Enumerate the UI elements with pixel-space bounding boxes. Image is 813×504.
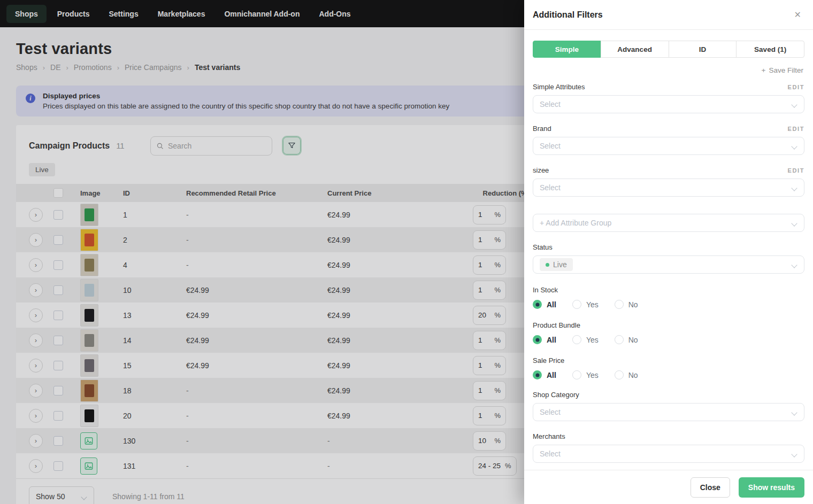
status-chip[interactable]: Live: [540, 258, 573, 271]
filter-group-product-bundle: Product Bundle All Yes No: [533, 320, 804, 344]
panel-header: Additional Filters ✕: [524, 0, 813, 30]
add-attribute-group: + Add Attribute Group: [533, 214, 804, 232]
filter-group-simple-attributes: Simple Attributes EDIT Select: [533, 83, 804, 113]
filter-group-status: Status Live: [533, 243, 804, 274]
panel-title: Additional Filters: [533, 10, 603, 20]
radio-icon: [572, 370, 581, 379]
radio-yes[interactable]: Yes: [572, 370, 599, 379]
filter-label: Shop Category: [533, 391, 579, 399]
radio-yes[interactable]: Yes: [572, 300, 599, 309]
show-results-button[interactable]: Show results: [739, 477, 804, 498]
merchants-select[interactable]: Select: [533, 445, 804, 463]
select-placeholder: + Add Attribute Group: [540, 219, 611, 227]
save-filter-link[interactable]: +Save Filter: [533, 66, 803, 74]
radio-icon: [533, 370, 542, 379]
edit-link[interactable]: EDIT: [788, 167, 804, 174]
chevron-down-icon: [792, 102, 797, 107]
screen: Shops Products Settings Marketplaces Omn…: [0, 0, 813, 504]
panel-footer: Close Show results: [524, 470, 813, 504]
filter-group-in-stock: In Stock All Yes No: [533, 285, 804, 309]
panel-body: Simple Advanced ID Saved (1) +Save Filte…: [524, 30, 813, 470]
radio-icon: [533, 300, 542, 309]
status-select[interactable]: Live: [533, 255, 804, 274]
chevron-down-icon: [792, 451, 797, 456]
brand-select[interactable]: Select: [533, 137, 804, 155]
radio-label: All: [547, 336, 556, 344]
radio-icon: [572, 335, 581, 344]
radio-label: No: [628, 300, 638, 309]
radio-all[interactable]: All: [533, 335, 556, 344]
save-filter-label: Save Filter: [769, 66, 803, 74]
filter-group-shop-category: Shop Category Select: [533, 391, 804, 421]
filter-group-brand: Brand EDIT Select: [533, 125, 804, 155]
radio-icon: [615, 335, 624, 344]
radio-label: Yes: [586, 371, 599, 379]
radio-icon: [572, 300, 581, 309]
size-select[interactable]: Select: [533, 179, 804, 197]
tab-id[interactable]: ID: [669, 41, 737, 58]
modal-dim-overlay[interactable]: [0, 0, 524, 504]
filter-label: Simple Attributes: [533, 83, 585, 91]
chevron-down-icon: [792, 220, 797, 226]
close-button[interactable]: Close: [691, 477, 730, 498]
radio-all[interactable]: All: [533, 300, 556, 309]
filter-label: Sale Price: [533, 356, 564, 365]
radio-yes[interactable]: Yes: [572, 335, 599, 344]
shop-category-select[interactable]: Select: [533, 403, 804, 421]
radio-all[interactable]: All: [533, 370, 556, 379]
filter-label: Status: [533, 243, 553, 251]
simple-attributes-select[interactable]: Select: [533, 95, 804, 113]
additional-filters-panel: Additional Filters ✕ Simple Advanced ID …: [524, 0, 813, 504]
status-dot-icon: [546, 263, 549, 267]
radio-no[interactable]: No: [615, 300, 638, 309]
filter-label: In Stock: [533, 286, 558, 294]
radio-no[interactable]: No: [615, 335, 638, 344]
radio-label: All: [547, 300, 556, 309]
filter-label: Product Bundle: [533, 321, 580, 329]
status-chip-label: Live: [553, 260, 567, 269]
select-placeholder: Select: [540, 142, 561, 150]
plus-icon: +: [762, 66, 766, 74]
add-attribute-group-select[interactable]: + Add Attribute Group: [533, 214, 804, 232]
filter-label: Merchants: [533, 432, 565, 440]
filter-label: Brand: [533, 125, 551, 133]
radio-label: No: [628, 371, 638, 379]
filter-group-merchants: Merchants Select: [533, 432, 804, 463]
radio-label: All: [547, 371, 556, 379]
radio-icon: [533, 335, 542, 344]
radio-label: Yes: [586, 336, 599, 344]
filter-group-size: sizee EDIT Select: [533, 166, 804, 197]
tab-simple[interactable]: Simple: [533, 41, 601, 58]
select-placeholder: Select: [540, 408, 561, 416]
filter-label: sizee: [533, 166, 549, 174]
edit-link[interactable]: EDIT: [788, 84, 804, 90]
tab-advanced[interactable]: Advanced: [601, 41, 669, 58]
select-placeholder: Select: [540, 449, 561, 458]
tab-saved[interactable]: Saved (1): [736, 41, 804, 58]
chevron-down-icon: [792, 262, 797, 267]
chevron-down-icon: [792, 143, 797, 149]
select-placeholder: Select: [540, 100, 561, 108]
chevron-down-icon: [792, 409, 797, 415]
radio-no[interactable]: No: [615, 370, 638, 379]
chevron-down-icon: [792, 185, 797, 190]
filter-tabs: Simple Advanced ID Saved (1): [533, 41, 804, 58]
radio-label: No: [628, 336, 638, 344]
radio-icon: [615, 370, 624, 379]
close-icon[interactable]: ✕: [792, 9, 803, 21]
filter-group-sale-price: Sale Price All Yes No: [533, 355, 804, 379]
select-placeholder: Select: [540, 183, 561, 192]
radio-label: Yes: [586, 300, 599, 309]
edit-link[interactable]: EDIT: [788, 126, 804, 132]
radio-icon: [615, 300, 624, 309]
